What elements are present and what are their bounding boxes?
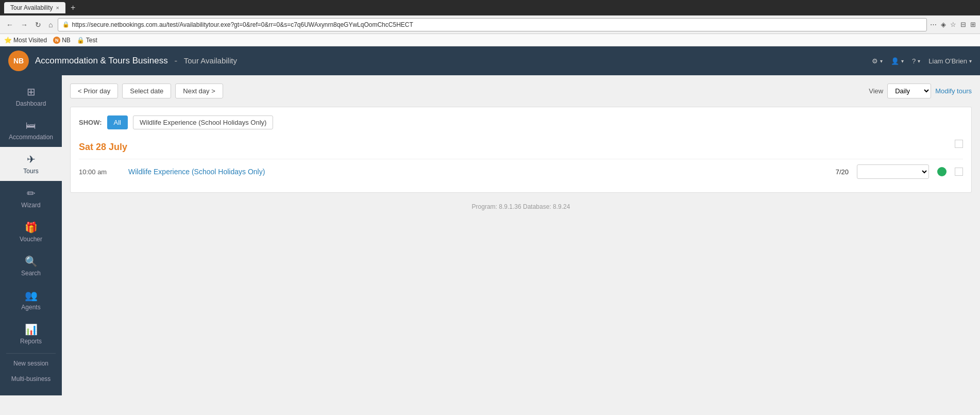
settings-arrow: ▾	[880, 58, 883, 64]
app-header: NB Accommodation & Tours Business - Tour…	[0, 46, 980, 75]
nav-right-icons: ⋯ ◈ ☆ ⊟ ⊞	[930, 21, 976, 28]
tour-count: 7/20	[828, 168, 849, 176]
reports-icon: 📊	[25, 323, 38, 336]
tours-icon: ✈	[27, 153, 36, 165]
date-checkbox[interactable]	[955, 140, 963, 148]
page-name: Tour Availability	[184, 56, 237, 65]
select-date-button[interactable]: Select date	[122, 84, 171, 98]
business-name: Accommodation & Tours Business	[35, 56, 168, 65]
nb-icon: N	[53, 37, 60, 44]
most-visited-label: Most Visited	[13, 37, 47, 44]
tour-row: 10:00 am Wildlife Experience (School Hol…	[79, 159, 963, 184]
user-name: Liam O'Brien	[928, 57, 967, 65]
back-button[interactable]: ←	[4, 20, 15, 30]
forward-button[interactable]: →	[19, 20, 30, 30]
sidebar-item-accommodation[interactable]: 🛏 Accommodation	[0, 113, 62, 147]
new-tab-button[interactable]: +	[67, 3, 78, 12]
sidebar-item-label-reports: Reports	[20, 338, 42, 345]
view-select[interactable]: Daily Weekly	[887, 84, 931, 98]
sidebar-item-label-agents: Agents	[21, 304, 40, 311]
url-text: https://secure.netbookings.com.au/test/A…	[72, 21, 413, 28]
voucher-icon: 🎁	[25, 221, 38, 234]
show-label: SHOW:	[79, 119, 102, 126]
tab-title: Tour Availability	[10, 4, 53, 11]
content-area: < Prior day Select date Next day > View …	[62, 75, 980, 395]
sidebar-item-tours[interactable]: ✈ Tours	[0, 147, 62, 181]
app-wrapper: NB Accommodation & Tours Business - Tour…	[0, 46, 980, 395]
logo: NB	[8, 51, 29, 71]
test-bookmark-label: Test	[86, 37, 97, 44]
tab-close-button[interactable]: ×	[56, 5, 59, 11]
filter-wildlife-button[interactable]: Wildlife Experience (School Holidays Onl…	[133, 115, 273, 129]
sidebar-item-voucher[interactable]: 🎁 Voucher	[0, 215, 62, 249]
toolbar-right: View Daily Weekly Modify tours	[869, 84, 972, 98]
modify-tours-button[interactable]: Modify tours	[935, 87, 972, 95]
content-card: SHOW: All Wildlife Experience (School Ho…	[70, 107, 972, 193]
tab-bar: Tour Availability × +	[0, 0, 980, 15]
next-day-button[interactable]: Next day >	[175, 84, 223, 98]
title-separator: -	[174, 56, 177, 65]
sidebar-item-label-voucher: Voucher	[20, 236, 42, 243]
sidebar-item-agents[interactable]: 👥 Agents	[0, 283, 62, 317]
sidebar-divider	[6, 353, 56, 354]
star-icon[interactable]: ☆	[950, 21, 956, 28]
user-name-button[interactable]: Liam O'Brien ▾	[928, 57, 972, 65]
settings-button[interactable]: ⚙ ▾	[872, 57, 883, 65]
prior-day-button[interactable]: < Prior day	[70, 84, 118, 98]
sidebar-item-label-dashboard: Dashboard	[16, 100, 46, 107]
test-icon: 🔒	[77, 37, 85, 44]
sidebar-item-label-tours: Tours	[23, 168, 38, 175]
help-button[interactable]: ? ▾	[912, 57, 920, 65]
view-label: View	[869, 87, 883, 95]
sidebar-item-reports[interactable]: 📊 Reports	[0, 317, 62, 351]
user-arrow: ▾	[901, 58, 904, 64]
tour-action-dropdown[interactable]	[857, 164, 929, 179]
tour-status-indicator	[937, 167, 947, 176]
tour-time: 10:00 am	[79, 168, 120, 176]
tour-name-link[interactable]: Wildlife Experience (School Holidays Onl…	[128, 168, 820, 176]
sidebar-item-new-session[interactable]: New session	[0, 356, 62, 371]
reload-button[interactable]: ↻	[33, 20, 43, 30]
show-filter: SHOW: All Wildlife Experience (School Ho…	[79, 115, 963, 129]
main-area: ⊞ Dashboard 🛏 Accommodation ✈ Tours ✏ Wi…	[0, 75, 980, 395]
username-arrow: ▾	[969, 58, 972, 64]
tour-checkbox[interactable]	[955, 168, 963, 176]
sidebar-item-search[interactable]: 🔍 Search	[0, 249, 62, 283]
version-info: Program: 8.9.1.36 Database: 8.9.24	[70, 203, 972, 210]
agents-icon: 👥	[25, 289, 38, 302]
sidebar-item-label-search: Search	[21, 270, 41, 277]
test-bookmark[interactable]: 🔒 Test	[77, 37, 97, 44]
toolbar: < Prior day Select date Next day > View …	[70, 84, 972, 98]
date-heading: Sat 28 July	[79, 142, 127, 153]
bookmarks-bar: ⭐ Most Visited N NB 🔒 Test	[0, 34, 980, 46]
user-icon-button[interactable]: 👤 ▾	[891, 57, 904, 65]
sidebar-item-dashboard[interactable]: ⊞ Dashboard	[0, 79, 62, 113]
sidebar-item-wizard[interactable]: ✏ Wizard	[0, 181, 62, 215]
active-tab[interactable]: Tour Availability ×	[4, 2, 65, 13]
filter-all-button[interactable]: All	[107, 115, 128, 129]
pocket-icon[interactable]: ◈	[941, 21, 946, 28]
most-visited-icon: ⭐	[4, 37, 12, 44]
sidebar-item-label-wizard: Wizard	[21, 202, 40, 209]
multi-business-label: Multi-business	[11, 375, 51, 383]
sidebar-item-multi-business[interactable]: Multi-business	[0, 371, 62, 387]
new-session-label: New session	[13, 360, 48, 367]
address-bar[interactable]: 🔒 https://secure.netbookings.com.au/test…	[58, 18, 927, 31]
wizard-icon: ✏	[27, 187, 36, 200]
search-icon: 🔍	[25, 255, 38, 268]
settings-icon: ⚙	[872, 57, 878, 65]
sidebar-item-label-accommodation: Accommodation	[9, 134, 53, 141]
header-right: ⚙ ▾ 👤 ▾ ? ▾ Liam O'Brien ▾	[872, 57, 972, 65]
nb-bookmark[interactable]: N NB	[53, 37, 71, 44]
library-icon[interactable]: ⊟	[960, 21, 966, 28]
most-visited-bookmark[interactable]: ⭐ Most Visited	[4, 37, 47, 44]
sidebar: ⊞ Dashboard 🛏 Accommodation ✈ Tours ✏ Wi…	[0, 75, 62, 395]
home-button[interactable]: ⌂	[46, 20, 55, 30]
more-options-icon[interactable]: ⋯	[930, 21, 937, 28]
help-icon: ?	[912, 57, 916, 65]
split-view-icon[interactable]: ⊞	[970, 21, 976, 28]
help-arrow: ▾	[918, 58, 920, 64]
app-title: Accommodation & Tours Business - Tour Av…	[35, 56, 866, 66]
accommodation-icon: 🛏	[26, 120, 36, 131]
lock-icon: 🔒	[62, 21, 70, 28]
